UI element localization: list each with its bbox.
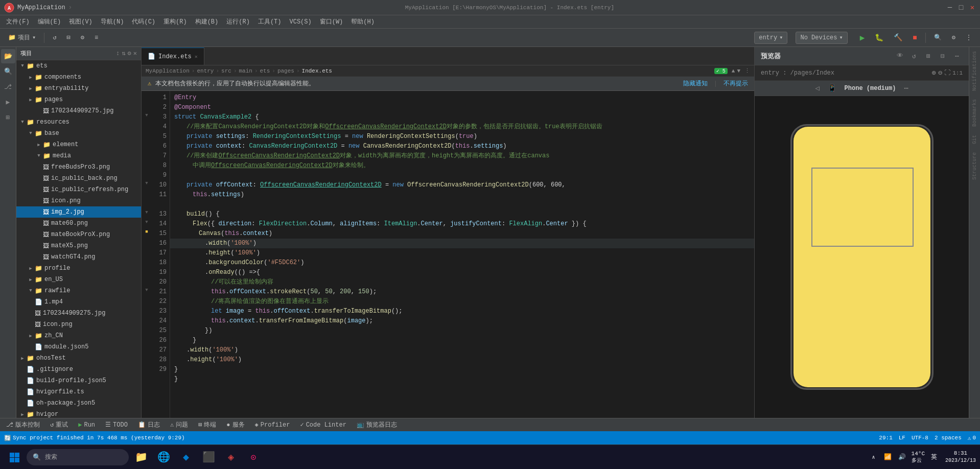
gutter-line-25[interactable] (142, 324, 152, 334)
gutter-line-15[interactable]: ■ (142, 227, 152, 237)
breadcrumb-pages[interactable]: pages (277, 68, 294, 74)
weather-widget[interactable]: 14°C 多云 (912, 451, 925, 464)
maximize-button[interactable]: □ (958, 4, 965, 11)
tree-item-1702[interactable]: 🖼 1702344909275.jpg (16, 105, 141, 116)
gutter-line-12[interactable] (142, 198, 152, 207)
menu-vcs[interactable]: VCS(S) (285, 16, 315, 28)
breadcrumb-index-ets[interactable]: Index.ets (302, 68, 332, 74)
menu-build[interactable]: 构建(B) (191, 16, 223, 28)
gutter-line-4[interactable] (142, 120, 152, 130)
layout-button[interactable]: ⊟ (62, 31, 74, 44)
tray-volume-icon[interactable]: 🔊 (897, 452, 907, 462)
gutter-fold-21[interactable]: ▼ (142, 285, 152, 295)
preview-more-button[interactable]: ⋯ (951, 51, 963, 62)
menu-edit[interactable]: 编辑(E) (34, 16, 65, 28)
menu-view[interactable]: 视图(V) (65, 16, 97, 28)
bottom-todo[interactable]: ☰ TODO (103, 420, 130, 430)
tree-sort-icon[interactable]: ⇅ (122, 50, 125, 57)
tree-item-zh_CN[interactable]: ▶ 📁 zh_CN (16, 330, 141, 341)
preview-layout-button[interactable]: ⊟ (937, 51, 948, 62)
menu-refactor[interactable]: 重构(R) (159, 16, 191, 28)
menu-tools[interactable]: 工具(T) (254, 16, 286, 28)
tree-item-resources[interactable]: ▼ 📁 resources (16, 116, 141, 128)
taskbar-file-explorer[interactable]: 📁 (131, 447, 151, 467)
tree-item-rawfile[interactable]: ▼ 📁 rawfile (16, 285, 141, 296)
tree-item-profile[interactable]: ▶ 📁 profile (16, 263, 141, 274)
taskbar-code[interactable]: ◆ (176, 447, 196, 467)
version-up-icon[interactable]: ▲ (732, 68, 735, 74)
breadcrumb-ets[interactable]: ets (260, 68, 270, 74)
menu-extra-button[interactable]: ≡ (90, 31, 102, 44)
gutter-fold-14[interactable]: ▼ (142, 217, 152, 227)
activity-extensions[interactable]: ⊞ (1, 110, 15, 125)
tree-item-mateBookProX[interactable]: 🖼 mateBookProX.png (16, 229, 141, 240)
gutter-line-18[interactable] (142, 256, 152, 266)
start-button[interactable] (4, 447, 25, 467)
tree-item-mate60[interactable]: 🖼 mate60.png (16, 218, 141, 229)
tree-item-1mp4[interactable]: 📄 1.mp4 (16, 296, 141, 308)
tree-item-rawfile-img[interactable]: 🖼 1702344909275.jpg (16, 308, 141, 319)
device-more-icon[interactable]: ⋯ (904, 84, 908, 92)
status-lf[interactable]: LF (899, 435, 905, 441)
settings-toolbar-button[interactable]: ⚙ (948, 31, 960, 44)
gutter-line-6[interactable] (142, 139, 152, 149)
gutter-line-23[interactable] (142, 304, 152, 314)
tree-item-gitignore[interactable]: 📄 .gitignore (16, 364, 141, 375)
bottom-profiler[interactable]: ◈ Profiler (253, 420, 292, 430)
tree-item-build-profile[interactable]: 📄 build-profile.json5 (16, 375, 141, 386)
devices-dropdown[interactable]: No Devices ▾ (796, 32, 847, 44)
tree-item-freeBudsPro3[interactable]: 🖼 freeBudsPro3.png (16, 161, 141, 173)
gutter-fold-10[interactable]: ▼ (142, 178, 152, 188)
tree-item-hvigorfile[interactable]: 📄 hvigorfile.ts (16, 386, 141, 397)
gutter-line-5[interactable] (142, 130, 152, 139)
menu-file[interactable]: 文件(F) (2, 16, 34, 28)
gutter-line-16[interactable] (142, 237, 152, 246)
breadcrumb-more-button[interactable]: ⋮ (744, 67, 750, 74)
stop-button[interactable]: ■ (908, 31, 921, 44)
gutter-line-2[interactable] (142, 101, 152, 110)
minimize-button[interactable]: ─ (946, 4, 953, 11)
build-button[interactable]: 🔨 (890, 31, 906, 44)
gutter-line-29[interactable] (142, 363, 152, 372)
gutter-line-1[interactable] (142, 91, 152, 101)
status-indent[interactable]: 2 spaces (935, 435, 962, 441)
tree-item-element[interactable]: ▶ 📁 element (16, 139, 141, 150)
tree-item-pages[interactable]: ▶ 📁 pages (16, 94, 141, 105)
gutter-line-7[interactable] (142, 149, 152, 159)
tree-item-components[interactable]: ▶ 📁 components (16, 72, 141, 83)
tree-close-icon[interactable]: ✕ (133, 50, 137, 57)
prev-nav-icon[interactable]: ◁ (815, 84, 819, 92)
menu-window[interactable]: 窗口(W) (316, 16, 347, 28)
preview-fullscreen[interactable]: ⛶ (944, 69, 950, 77)
preview-zoom-out[interactable]: ⊖ (938, 68, 942, 77)
more-toolbar-button[interactable]: ⋮ (962, 31, 976, 44)
search-toolbar-button[interactable]: 🔍 (930, 31, 946, 44)
preview-zoom-in[interactable]: ⊕ (931, 68, 936, 77)
tree-item-ic_public_refresh[interactable]: 🖼 ic_public_refresh.png (16, 184, 141, 195)
tree-item-en_US[interactable]: ▶ 📁 en_US (16, 274, 141, 285)
language-indicator[interactable]: 英 (929, 452, 939, 462)
breadcrumb-src[interactable]: src (221, 68, 231, 74)
gutter-line-9[interactable] (142, 169, 152, 178)
gutter-line-19[interactable] (142, 266, 152, 275)
bottom-retry[interactable]: ↺ 重试 (48, 419, 70, 430)
run-button[interactable]: ▶ (856, 31, 869, 44)
preview-grid-button[interactable]: ⊞ (923, 51, 934, 62)
tree-item-media[interactable]: ▼ 📁 media (16, 150, 141, 161)
gutter-line-17[interactable] (142, 246, 152, 256)
menu-run[interactable]: 运行(R) (222, 16, 254, 28)
tree-item-entryability[interactable]: ▶ 📁 entryability (16, 83, 141, 94)
tree-item-ets[interactable]: ▼ 📁 ets (16, 60, 141, 72)
tree-item-module-json5[interactable]: 📄 module.json5 (16, 341, 141, 353)
taskbar-rider[interactable]: ⊙ (243, 447, 264, 467)
menu-navigate[interactable]: 导航(N) (97, 16, 128, 28)
status-sync[interactable]: 🔄 Sync project finished in 7s 468 ms (ye… (4, 435, 185, 441)
preview-refresh-button[interactable]: ↺ (908, 51, 920, 62)
gutter-line-8[interactable] (142, 159, 152, 169)
gutter-line-24[interactable] (142, 314, 152, 324)
tab-index-ets[interactable]: 📄 Index.ets ✕ (142, 48, 204, 65)
bottom-preview-log[interactable]: 📺 预览器日志 (355, 419, 399, 430)
entry-dropdown[interactable]: entry ▾ (754, 32, 787, 44)
status-errors[interactable]: ⚠ 0 (968, 435, 976, 441)
bottom-run[interactable]: ▶ Run (76, 420, 97, 430)
